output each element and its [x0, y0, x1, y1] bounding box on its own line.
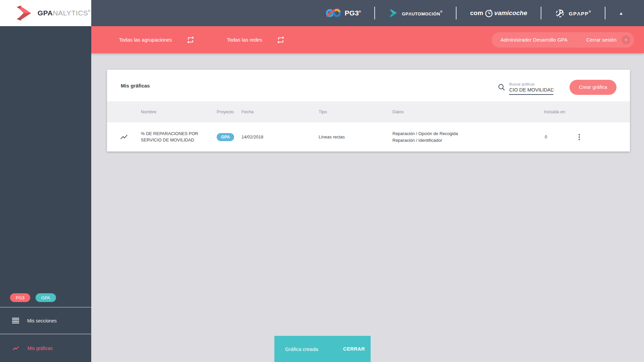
row-name: % DE REPARACIONES POR SERVICIO DE MOVILI… — [141, 131, 205, 143]
sidebar-item-mis-secciones[interactable]: Mis secciones — [0, 307, 91, 334]
app-logo-text: GPANALYTICS® — [38, 9, 91, 17]
kebab-menu-icon[interactable] — [576, 133, 582, 141]
brand-pg3: PG3® — [326, 8, 361, 18]
menu-icon — [12, 318, 19, 323]
header-cell-tipo: Tipo — [319, 109, 392, 114]
sidebar-bottom: PG3 GPA Mis secciones Mis gráficas — [0, 293, 91, 362]
close-session-icon[interactable]: × — [622, 35, 631, 44]
brand-gpautomocion-label: GPΛUTOMOCIÓN® — [402, 10, 442, 16]
registered-mark: ® — [440, 10, 442, 13]
card-header: Mis gráficas Buscar gráficas Crear gráfi… — [107, 70, 630, 101]
header-cell-datos: Datos — [392, 109, 544, 114]
create-chart-button[interactable]: Crear gráfica — [570, 80, 616, 95]
divider — [374, 7, 375, 19]
registered-mark: ® — [359, 10, 361, 13]
mis-graficas-card: Mis gráficas Buscar gráficas Crear gráfi… — [107, 70, 630, 152]
badge-pg3: PG3 — [10, 293, 30, 302]
line-chart-icon — [120, 133, 128, 141]
brand-comprovamicoche: com vamicoche — [470, 9, 527, 17]
filter-redes-label: Todas las redes — [227, 37, 262, 43]
filter-agrupaciones-label: Todas las agrupaciones — [119, 37, 172, 43]
top-brand-bar: PG3® GPΛUTOMOCIÓN® com vamico — [91, 0, 644, 26]
brand-gpapp-label: GPΛPP® — [569, 10, 591, 16]
sidebar-item-label: Mis gráficas — [28, 346, 53, 351]
row-project-cell: GPA — [217, 133, 241, 141]
sidebar: GPANALYTICS® PG3 GPA Mis secciones Mis g… — [0, 0, 91, 362]
app-logo: GPANALYTICS® — [0, 0, 91, 26]
brand-gpapp: GPΛPP® — [555, 8, 591, 18]
filter-bar: Todas las agrupaciones Todas las redes A… — [91, 26, 644, 53]
row-included-count: 0 — [544, 134, 576, 139]
header-cell-fecha: Fecha — [241, 109, 319, 114]
repeat-icon — [276, 36, 285, 44]
filter-redes[interactable]: Todas las redes — [227, 36, 285, 44]
search-icon[interactable] — [498, 83, 505, 92]
badge-gpa: GPA — [36, 293, 56, 302]
sidebar-item-mis-graficas[interactable]: Mis gráficas — [0, 334, 91, 362]
wrench-stopwatch-icon — [555, 8, 565, 18]
gpa-analytics-logo-icon — [15, 4, 33, 22]
row-chart-type: Líneas rectas — [319, 134, 392, 139]
row-type-cell — [107, 133, 141, 141]
brand-gpautomocion: GPΛUTOMOCIÓN® — [388, 8, 442, 18]
logo-text-bold: GPA — [38, 9, 53, 17]
row-data-cell: Reparación / Opción de Recogida Reparaci… — [392, 130, 544, 143]
header-cell-incluida: Incluida en — [544, 109, 576, 114]
registered-mark: ® — [589, 10, 591, 13]
brand-comprovamicoche-label: com vamicoche — [470, 9, 527, 17]
user-name: Administrador Desarrollo GPA — [500, 37, 568, 43]
logo-text-light: NALYTICS — [53, 9, 88, 17]
divider — [456, 7, 457, 19]
row-actions-cell — [576, 133, 630, 141]
row-data-line1: Reparación / Opción de Recogida — [392, 130, 544, 137]
clock-icon — [485, 9, 493, 17]
sidebar-item-label: Mis secciones — [27, 318, 57, 323]
row-data-line2: Reparación / Identificador — [392, 137, 544, 144]
divider — [541, 7, 541, 19]
gpautomocion-logo-icon — [388, 8, 398, 18]
header-cell-nombre: Nombre — [141, 109, 217, 114]
toast-close-button[interactable]: CERRAR — [343, 346, 365, 352]
table-row[interactable]: % DE REPARACIONES POR SERVICIO DE MOVILI… — [107, 122, 630, 152]
collapse-header-icon[interactable]: ▲ — [619, 11, 623, 16]
toast-snackbar: Gráfica creada CERRAR — [274, 336, 371, 362]
table-header: Nombre Proyecto Fecha Tipo Datos Incluid… — [107, 101, 630, 122]
search-field-label: Buscar gráficas — [509, 82, 553, 86]
search-area: Buscar gráficas Crear gráfica — [498, 76, 616, 95]
divider — [605, 7, 605, 19]
search-input[interactable] — [509, 87, 553, 95]
project-badges: PG3 GPA — [0, 293, 91, 307]
page-title: Mis gráficas — [121, 83, 150, 88]
project-badge: GPA — [217, 133, 234, 141]
filter-agrupaciones[interactable]: Todas las agrupaciones — [119, 36, 195, 44]
user-session-pill: Administrador Desarrollo GPA Cerrar sesi… — [492, 32, 634, 48]
logout-button[interactable]: Cerrar sesión × — [586, 35, 631, 44]
pg3-logo-icon — [326, 8, 341, 18]
repeat-icon — [186, 36, 195, 44]
main-column: PG3® GPΛUTOMOCIÓN® com vamico — [91, 0, 644, 362]
brand-pg3-label: PG3® — [345, 9, 361, 17]
row-date: 14/02/2018 — [241, 134, 319, 139]
header-cell-proyecto: Proyecto — [217, 109, 241, 114]
registered-mark: ® — [88, 9, 91, 13]
content-area: Mis gráficas Buscar gráficas Crear gráfi… — [91, 53, 644, 362]
toast-message: Gráfica creada — [285, 346, 318, 352]
search-field: Buscar gráficas — [509, 82, 553, 95]
logout-label: Cerrar sesión — [586, 37, 616, 43]
line-chart-icon — [12, 345, 19, 352]
